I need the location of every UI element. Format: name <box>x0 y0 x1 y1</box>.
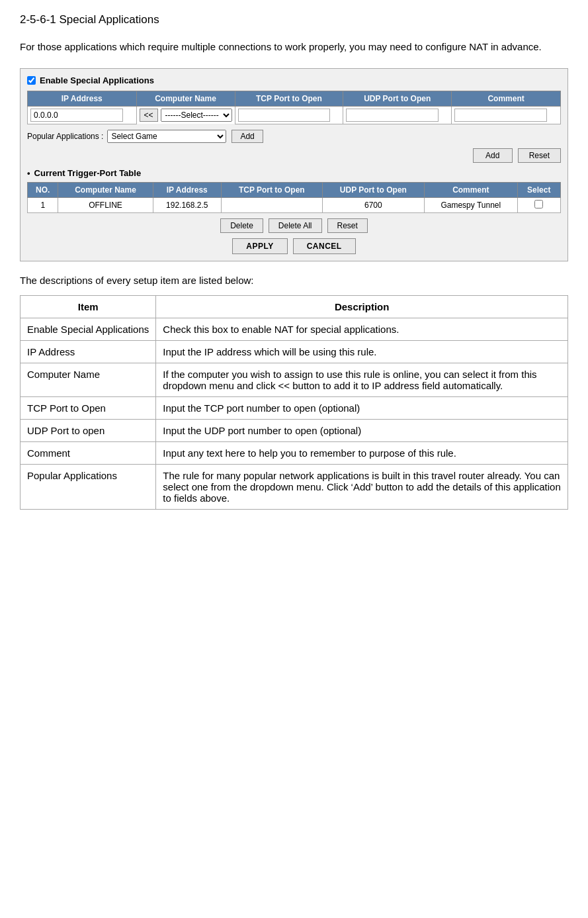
apply-button[interactable]: APPLY <box>232 238 287 254</box>
desc-table-row: UDP Port to open Input the UDP port numb… <box>21 419 568 441</box>
col-computer-name: Computer Name <box>136 91 235 106</box>
delete-all-button[interactable]: Delete All <box>269 218 322 233</box>
desc-table-row: Popular Applications The rule for many p… <box>21 464 568 509</box>
bullet: • <box>27 168 30 178</box>
desc-table-row: Enable Special Applications Check this b… <box>21 318 568 340</box>
col-tcp-port: TCP Port to Open <box>235 91 343 106</box>
col-udp-port: UDP Port to Open <box>343 91 452 106</box>
trig-select-cell <box>517 197 561 212</box>
desc-description: Check this box to enable NAT for special… <box>156 318 568 340</box>
reset-button[interactable]: Reset <box>518 148 561 163</box>
enable-row: Enable Special Applications <box>27 75 561 85</box>
desc-description: Input any text here to help you to remem… <box>156 441 568 464</box>
desc-item: UDP Port to open <box>21 419 156 441</box>
trig-udp: 6700 <box>322 197 424 212</box>
col-comment: Comment <box>452 91 561 106</box>
desc-table-row: TCP Port to Open Input the TCP port numb… <box>21 396 568 419</box>
col-ip-address: IP Address <box>28 91 137 106</box>
desc-description: Input the UDP port number to open (optio… <box>156 419 568 441</box>
selector-btn[interactable]: << <box>140 109 158 122</box>
trig-tcp <box>221 197 322 212</box>
comment-input[interactable] <box>454 109 547 122</box>
desc-intro-text: The descriptions of every setup item are… <box>20 275 568 286</box>
enable-label: Enable Special Applications <box>40 75 154 85</box>
trigger-table-row: 1 OFFLINE 192.168.2.5 6700 Gamespy Tunne… <box>28 197 561 212</box>
popular-row: Popular Applications : Select Game Add <box>27 130 561 143</box>
desc-item: TCP Port to Open <box>21 396 156 419</box>
trigger-title-text: Current Trigger-Port Table <box>34 168 142 178</box>
trig-comment: Gamespy Tunnel <box>425 197 517 212</box>
desc-table-row: Computer Name If the computer you wish t… <box>21 363 568 396</box>
ip-cell <box>28 106 137 124</box>
ip-input[interactable] <box>30 109 123 122</box>
popular-add-button[interactable]: Add <box>231 130 263 143</box>
desc-description: The rule for many popular network applic… <box>156 464 568 509</box>
desc-table: Item Description Enable Special Applicat… <box>20 295 568 510</box>
add-button[interactable]: Add <box>473 148 513 163</box>
udp-cell <box>343 106 452 124</box>
tcp-cell <box>235 106 343 124</box>
action-row: Delete Delete All Reset <box>27 218 561 233</box>
tcp-input[interactable] <box>238 109 330 122</box>
desc-col-description: Description <box>156 295 568 318</box>
trig-col-no: NO. <box>28 182 58 197</box>
trig-ip: 192.168.2.5 <box>153 197 221 212</box>
reset2-button[interactable]: Reset <box>327 218 368 233</box>
form-table: IP Address Computer Name TCP Port to Ope… <box>27 91 561 124</box>
desc-description: Input the IP address which will be using… <box>156 340 568 363</box>
popular-select[interactable]: Select Game <box>107 130 226 143</box>
desc-item: Comment <box>21 441 156 464</box>
desc-description: Input the TCP port number to open (optio… <box>156 396 568 419</box>
trigger-section-title: • Current Trigger-Port Table <box>27 168 561 178</box>
apply-row: APPLY CANCEL <box>27 238 561 254</box>
intro-text: For those applications which require mul… <box>20 40 568 55</box>
form-row: << ------Select------ <box>28 106 561 124</box>
popular-label: Popular Applications : <box>27 132 103 141</box>
page-title: 2-5-6-1 Special Applications <box>20 13 568 26</box>
trig-col-udp: UDP Port to Open <box>322 182 424 197</box>
comment-cell <box>452 106 561 124</box>
trigger-table: NO. Computer Name IP Address TCP Port to… <box>27 182 561 213</box>
trig-select-checkbox[interactable] <box>534 200 543 208</box>
special-applications-panel: Enable Special Applications IP Address C… <box>20 68 568 261</box>
trig-computer: OFFLINE <box>58 197 153 212</box>
trig-col-ip: IP Address <box>153 182 221 197</box>
desc-item: Enable Special Applications <box>21 318 156 340</box>
enable-checkbox[interactable] <box>27 76 36 85</box>
trig-col-comment: Comment <box>425 182 517 197</box>
computer-name-cell: << ------Select------ <box>137 107 235 124</box>
computer-select[interactable]: ------Select------ <box>161 109 232 122</box>
trig-no: 1 <box>28 197 58 212</box>
desc-table-row: Comment Input any text here to help you … <box>21 441 568 464</box>
udp-input[interactable] <box>346 109 438 122</box>
add-reset-row: Add Reset <box>27 148 561 163</box>
desc-table-row: IP Address Input the IP address which wi… <box>21 340 568 363</box>
desc-item: Computer Name <box>21 363 156 396</box>
trig-col-tcp: TCP Port to Open <box>221 182 322 197</box>
trig-col-computer: Computer Name <box>58 182 153 197</box>
delete-button[interactable]: Delete <box>220 218 263 233</box>
desc-item: IP Address <box>21 340 156 363</box>
cancel-button[interactable]: CANCEL <box>293 238 356 254</box>
desc-description: If the computer you wish to assign to us… <box>156 363 568 396</box>
desc-item: Popular Applications <box>21 464 156 509</box>
trig-col-select: Select <box>517 182 561 197</box>
desc-col-item: Item <box>21 295 156 318</box>
